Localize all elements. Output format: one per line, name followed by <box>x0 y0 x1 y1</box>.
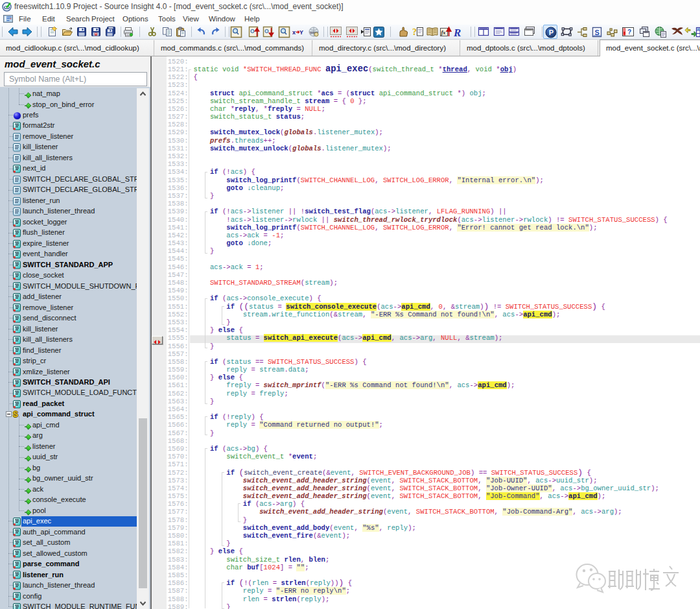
svg-text:fx: fx <box>441 29 447 36</box>
svg-text:?: ? <box>412 27 417 37</box>
svg-text:x: x <box>292 29 296 36</box>
svg-text:Y: Y <box>299 29 303 36</box>
svg-text:P: P <box>549 29 554 36</box>
svg-text:R: R <box>453 27 461 39</box>
svg-text:?: ? <box>627 29 631 36</box>
svg-text:S: S <box>595 29 600 36</box>
